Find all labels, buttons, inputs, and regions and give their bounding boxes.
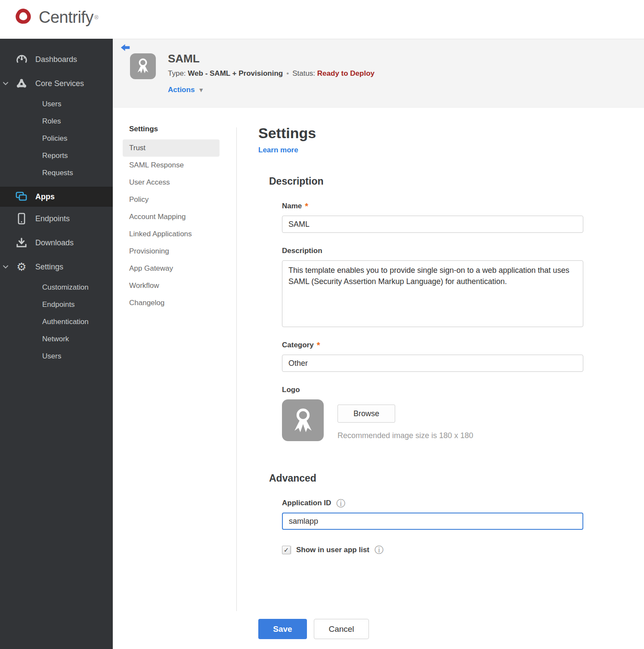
sidebar-item-label: Dashboards xyxy=(35,55,77,64)
sidebar-item-settings-users[interactable]: Users xyxy=(0,348,113,365)
logo-label: Logo xyxy=(282,385,585,395)
subnav-item-linked-applications[interactable]: Linked Applications xyxy=(123,226,220,243)
top-bar: Centrify ® xyxy=(0,0,644,39)
content-area: Settings Trust SAML Response User Access… xyxy=(113,108,644,649)
logo-preview xyxy=(282,399,324,441)
back-arrow-icon[interactable] xyxy=(120,42,131,55)
category-label: Category * xyxy=(282,340,585,350)
sidebar-item-apps[interactable]: Apps xyxy=(0,187,113,207)
subnav-item-saml-response[interactable]: SAML Response xyxy=(123,157,220,174)
sidebar-item-endpoints[interactable]: Endpoints xyxy=(0,207,113,231)
info-icon[interactable]: ⓘ xyxy=(375,545,384,554)
app-header: SAML Type: Web - SAML + Provisioning•Sta… xyxy=(113,39,644,108)
description-form: Name * Description This template enables… xyxy=(282,201,585,441)
info-icon[interactable]: ⓘ xyxy=(336,499,345,508)
application-id-field[interactable] xyxy=(282,513,583,530)
advanced-section-heading: Advanced xyxy=(269,471,585,485)
sidebar-item-label: Customization xyxy=(42,283,89,292)
chevron-down-icon[interactable] xyxy=(3,80,9,87)
learn-more-link[interactable]: Learn more xyxy=(258,146,298,155)
subnav-item-trust[interactable]: Trust xyxy=(123,139,220,157)
actions-menu-button[interactable]: Actions ▼ xyxy=(168,86,204,94)
subnav-item-workflow[interactable]: Workflow xyxy=(123,277,220,294)
sidebar-item-label: Network xyxy=(42,335,69,343)
logo-controls: Browse Recommended image size is 180 x 1… xyxy=(337,399,473,441)
sidebar-item-requests[interactable]: Requests xyxy=(0,164,113,182)
sidebar-item-authentication[interactable]: Authentication xyxy=(0,313,113,331)
sidebar-item-core-services[interactable]: Core Services xyxy=(0,71,113,96)
description-field[interactable]: This template enables you to provide sin… xyxy=(282,260,583,327)
vertical-divider xyxy=(236,127,237,611)
show-in-user-app-list-row: ✓ Show in user app list ⓘ xyxy=(282,545,585,554)
actions-label: Actions xyxy=(168,86,195,94)
subnav-item-app-gateway[interactable]: App Gateway xyxy=(123,260,220,277)
advanced-form: Application ID ⓘ ✓ Show in user app list… xyxy=(282,498,585,554)
award-ribbon-icon xyxy=(133,56,152,77)
sidebar-item-policies[interactable]: Policies xyxy=(0,130,113,147)
sidebar-item-customization[interactable]: Customization xyxy=(0,279,113,296)
sidebar-item-label: Downloads xyxy=(35,238,74,247)
sidebar: Dashboards Core Services Users Roles Pol… xyxy=(0,39,113,649)
logo-size-hint: Recommended image size is 180 x 180 xyxy=(337,431,473,440)
download-icon xyxy=(15,237,28,248)
subnav-item-provisioning[interactable]: Provisioning xyxy=(123,243,220,260)
app-logo-badge xyxy=(130,53,156,79)
brand-name: Centrify xyxy=(39,8,93,27)
sidebar-item-label: Endpoints xyxy=(42,300,75,309)
sidebar-item-roles[interactable]: Roles xyxy=(0,113,113,130)
meta-separator: • xyxy=(286,69,289,77)
name-field[interactable] xyxy=(282,216,583,233)
description-label: Description xyxy=(282,246,585,256)
subnav-item-changelog[interactable]: Changelog xyxy=(123,294,220,312)
page-title: Settings xyxy=(258,125,585,142)
core-services-icon xyxy=(15,78,28,89)
subnav-item-user-access[interactable]: User Access xyxy=(123,174,220,191)
sidebar-item-label: Policies xyxy=(42,134,68,143)
sidebar-item-label: Users xyxy=(42,352,61,361)
sidebar-item-label: Reports xyxy=(42,151,68,160)
sidebar-item-downloads[interactable]: Downloads xyxy=(0,231,113,255)
sidebar-item-reports[interactable]: Reports xyxy=(0,147,113,164)
app-meta: Type: Web - SAML + Provisioning•Status: … xyxy=(168,69,375,78)
sidebar-item-label: Endpoints xyxy=(35,214,70,223)
centrify-swirl-icon xyxy=(12,5,34,29)
sidebar-item-settings-endpoints[interactable]: Endpoints xyxy=(0,296,113,313)
sidebar-item-settings[interactable]: ⚙ Settings xyxy=(0,255,113,279)
sidebar-item-network[interactable]: Network xyxy=(0,331,113,348)
caret-down-icon: ▼ xyxy=(198,87,204,93)
sidebar-item-label: Requests xyxy=(42,169,73,177)
name-label: Name * xyxy=(282,201,585,211)
gauge-icon xyxy=(15,54,28,65)
required-asterisk: * xyxy=(305,203,308,209)
show-in-user-app-list-checkbox[interactable]: ✓ xyxy=(282,546,291,554)
type-value: Web - SAML + Provisioning xyxy=(188,69,283,77)
show-in-user-app-list-label: Show in user app list xyxy=(296,546,369,554)
centrify-admin-screen: Centrify ® Dashboards xyxy=(0,0,644,649)
chevron-down-icon[interactable] xyxy=(3,264,9,270)
sidebar-item-dashboards[interactable]: Dashboards xyxy=(0,47,113,71)
settings-panel: Settings Learn more Description Name * D… xyxy=(258,125,585,554)
apps-icon xyxy=(15,192,28,202)
gear-icon: ⚙ xyxy=(15,261,28,272)
subnav-heading: Settings xyxy=(123,125,220,133)
sidebar-item-label: Users xyxy=(42,100,61,108)
save-button[interactable]: Save xyxy=(258,619,307,639)
browse-button[interactable]: Browse xyxy=(337,405,395,423)
description-section-heading: Description xyxy=(269,174,585,188)
award-ribbon-icon xyxy=(288,405,318,436)
brand-trademark: ® xyxy=(94,14,99,21)
category-field[interactable] xyxy=(282,355,583,372)
sidebar-item-label: Roles xyxy=(42,117,61,126)
status-badge: Ready to Deploy xyxy=(317,69,375,77)
sidebar-item-label: Settings xyxy=(35,263,63,272)
sidebar-item-label: Apps xyxy=(35,192,55,201)
sidebar-item-users[interactable]: Users xyxy=(0,96,113,113)
sidebar-item-label: Core Services xyxy=(35,79,84,88)
subnav-item-policy[interactable]: Policy xyxy=(123,191,220,208)
sidebar-item-label: Authentication xyxy=(42,318,89,326)
required-asterisk: * xyxy=(317,342,320,348)
app-title: SAML xyxy=(168,52,200,65)
subnav-item-account-mapping[interactable]: Account Mapping xyxy=(123,208,220,226)
cancel-button[interactable]: Cancel xyxy=(314,619,369,639)
centrify-logo: Centrify ® xyxy=(12,5,99,29)
